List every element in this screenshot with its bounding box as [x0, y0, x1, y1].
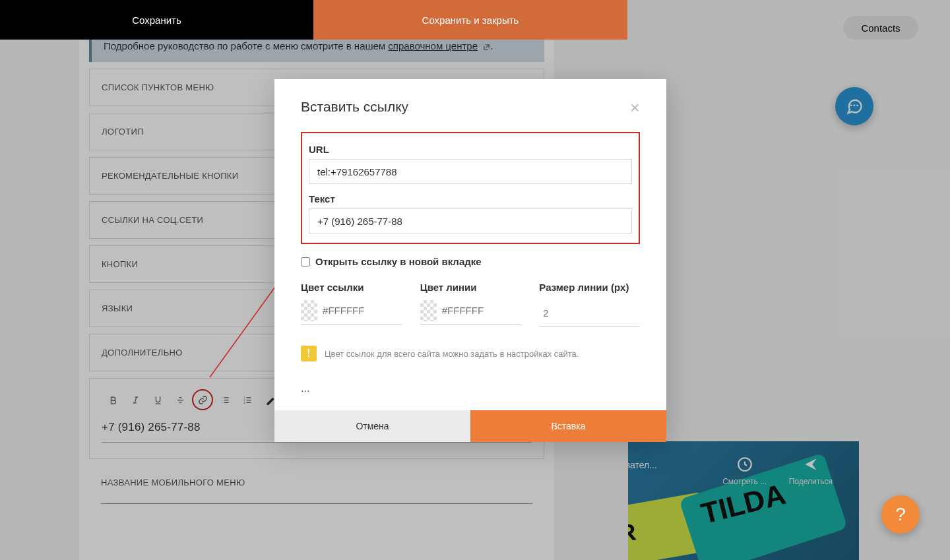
line-color-label: Цвет линии	[420, 282, 521, 293]
close-icon[interactable]: ×	[630, 99, 640, 116]
new-tab-row: Открыть ссылку в новой вкладке	[301, 256, 640, 267]
hint-row: ! Цвет ссылок для всего сайта можно зада…	[301, 346, 640, 361]
save-button[interactable]: Сохранить	[0, 0, 313, 40]
link-color-input[interactable]	[301, 297, 402, 325]
line-color-input[interactable]	[420, 297, 521, 325]
modal-body: URL Текст Открыть ссылку в новой вкладке…	[274, 132, 666, 410]
highlighted-fields: URL Текст	[301, 132, 640, 244]
more-options[interactable]: ...	[301, 383, 640, 394]
transparent-swatch-icon	[301, 300, 317, 321]
line-size-label: Размер линии (px)	[539, 282, 640, 293]
hint-text: Цвет ссылок для всего сайта можно задать…	[325, 349, 579, 359]
color-settings-row: Цвет ссылки Цвет линии Размер линии (px)	[301, 276, 640, 327]
new-tab-label: Открыть ссылку в новой вкладке	[315, 256, 482, 267]
line-size-input[interactable]	[539, 299, 640, 327]
top-toolbar: Сохранить Сохранить и закрыть	[0, 0, 950, 40]
transparent-swatch-icon	[420, 300, 437, 321]
cancel-button[interactable]: Отмена	[274, 410, 470, 442]
warning-icon: !	[301, 346, 317, 361]
insert-button[interactable]: Вставка	[470, 410, 666, 442]
link-color-field[interactable]	[323, 305, 402, 316]
modal-footer: Отмена Вставка	[274, 410, 666, 442]
url-label: URL	[309, 144, 632, 155]
text-label: Текст	[309, 193, 632, 204]
line-color-field[interactable]	[442, 305, 521, 316]
text-input[interactable]	[309, 208, 632, 233]
modal-title: Вставить ссылку	[301, 99, 408, 115]
save-close-button[interactable]: Сохранить и закрыть	[313, 0, 627, 40]
new-tab-checkbox[interactable]	[301, 257, 310, 266]
link-color-label: Цвет ссылки	[301, 282, 402, 293]
url-input[interactable]	[309, 159, 632, 184]
modal-header: Вставить ссылку ×	[274, 79, 666, 132]
help-launcher[interactable]: ?	[881, 495, 920, 534]
insert-link-modal: Вставить ссылку × URL Текст Открыть ссыл…	[274, 79, 666, 442]
